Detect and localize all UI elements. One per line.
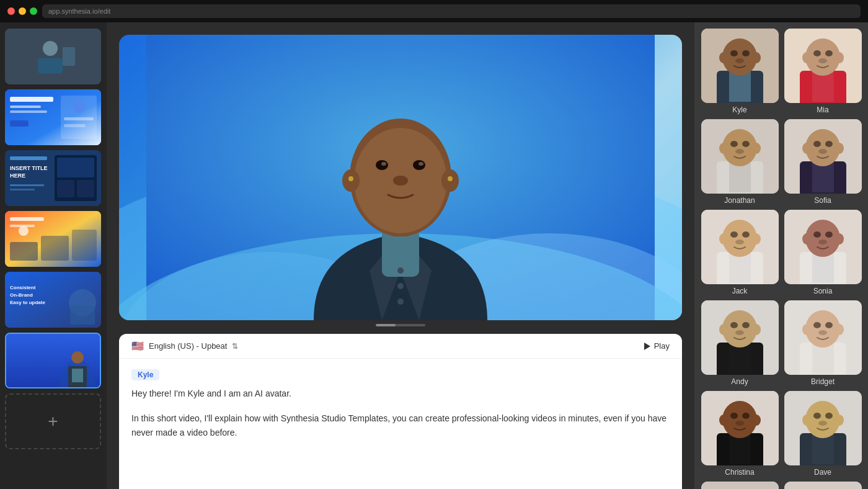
avatar-card-mia[interactable]: Mia <box>784 29 862 114</box>
avatar-card-sonia[interactable]: Sonia <box>784 210 862 295</box>
avatar-card-christina[interactable]: Christina <box>701 391 779 477</box>
play-icon <box>644 343 650 350</box>
video-preview <box>119 35 682 320</box>
svg-point-160 <box>825 413 833 419</box>
slide-thumbnail-1[interactable] <box>5 29 101 84</box>
svg-point-89 <box>730 141 738 147</box>
svg-point-137 <box>802 324 811 335</box>
svg-point-159 <box>813 413 821 419</box>
progress-fill <box>376 324 396 326</box>
svg-point-79 <box>813 50 821 56</box>
avatar-card-andy[interactable]: Andy <box>701 300 779 386</box>
svg-point-68 <box>752 52 761 63</box>
svg-point-77 <box>802 52 811 63</box>
svg-point-56 <box>393 176 408 186</box>
close-button[interactable] <box>7 7 15 15</box>
avatar-thumbnail-partial1 <box>701 482 779 489</box>
avatar-card-sofia[interactable]: Sofia <box>784 119 862 205</box>
slide-thumbnail-3[interactable]: INSERT TITLE HERE <box>5 150 101 206</box>
svg-point-121 <box>818 240 827 244</box>
language-chevron-icon: ⇅ <box>232 342 238 351</box>
svg-point-69 <box>730 50 738 56</box>
svg-point-10 <box>73 101 85 113</box>
slide-thumbnail-5[interactable]: Consistent On-Brand Easy to update <box>5 272 101 328</box>
svg-point-80 <box>825 50 833 56</box>
avatar-figure-bridget <box>784 300 862 375</box>
script-line-2[interactable]: In this short video, I'll explain how wi… <box>131 411 670 439</box>
svg-point-97 <box>802 143 811 154</box>
avatar-name-andy: Andy <box>731 377 748 386</box>
svg-point-150 <box>742 413 750 419</box>
svg-point-128 <box>752 324 761 335</box>
slide-thumbnail-2[interactable] <box>5 89 101 145</box>
svg-point-148 <box>752 415 761 426</box>
play-button[interactable]: Play <box>644 341 670 351</box>
language-selector[interactable]: 🇺🇸 English (US) - Upbeat ⇅ <box>131 340 238 352</box>
slide-panel: INSERT TITLE HERE <box>0 22 107 489</box>
avatar-thumbnail-dave <box>784 391 862 465</box>
svg-rect-162 <box>701 482 779 489</box>
svg-point-118 <box>835 233 844 244</box>
svg-rect-24 <box>10 217 44 221</box>
script-toolbar: 🇺🇸 English (US) - Upbeat ⇅ Play <box>119 334 682 359</box>
svg-rect-11 <box>64 117 94 120</box>
svg-point-117 <box>802 233 811 244</box>
avatar-figure-partial2 <box>784 482 862 489</box>
add-slide-button[interactable]: + <box>5 393 101 449</box>
minimize-button[interactable] <box>19 7 26 15</box>
avatar-card-bridget[interactable]: Bridget <box>784 300 862 386</box>
svg-point-157 <box>802 415 811 426</box>
avatar-card-partial2[interactable] <box>784 482 862 489</box>
avatar-card-partial1[interactable] <box>701 482 779 489</box>
avatar-thumbnail-mia <box>784 29 862 103</box>
avatar-name-dave: Dave <box>814 468 831 477</box>
svg-point-71 <box>735 58 744 63</box>
window-controls <box>7 7 37 15</box>
slide-3-preview: INSERT TITLE HERE <box>5 150 101 206</box>
avatar-card-jonathan[interactable]: Jonathan <box>701 119 779 205</box>
avatar-figure-christina <box>701 391 779 465</box>
svg-point-81 <box>818 58 827 63</box>
slide-thumbnail-6[interactable] <box>5 333 101 388</box>
script-line-1[interactable]: Hey there! I'm Kyle and I am an AI avata… <box>131 387 670 400</box>
progress-bar[interactable] <box>376 324 425 326</box>
avatar-name-kyle: Kyle <box>732 105 746 114</box>
avatar-figure-dave <box>784 391 862 465</box>
url-bar[interactable]: app.synthesia.io/edit <box>42 4 861 18</box>
slide-6-preview <box>6 334 100 387</box>
svg-rect-18 <box>10 189 35 191</box>
svg-point-70 <box>742 50 750 56</box>
svg-rect-27 <box>41 236 69 261</box>
svg-point-158 <box>835 415 844 426</box>
svg-rect-26 <box>10 242 38 261</box>
avatar-name-sonia: Sonia <box>813 287 833 295</box>
avatar-card-jack[interactable]: Jack <box>701 210 779 295</box>
avatar-thumbnail-bridget <box>784 300 862 375</box>
svg-text:Easy to update: Easy to update <box>10 300 45 305</box>
svg-point-131 <box>735 330 744 335</box>
svg-point-98 <box>835 143 844 154</box>
slide-thumbnail-4[interactable] <box>5 211 101 267</box>
svg-point-60 <box>397 283 404 289</box>
avatar-figure-mia <box>784 29 862 103</box>
avatar-figure-partial1 <box>701 482 779 489</box>
avatar-name-jack: Jack <box>732 287 748 295</box>
maximize-button[interactable] <box>30 7 37 15</box>
svg-point-138 <box>835 324 844 335</box>
avatar-figure-jack <box>701 210 779 284</box>
svg-text:On-Brand: On-Brand <box>10 292 33 298</box>
flag-icon: 🇺🇸 <box>131 340 144 352</box>
svg-rect-6 <box>10 105 41 108</box>
svg-point-120 <box>825 231 833 238</box>
avatar-card-kyle[interactable]: Kyle <box>701 29 779 114</box>
script-panel: 🇺🇸 English (US) - Upbeat ⇅ Play Kyle Hey… <box>119 334 682 489</box>
avatar-name-jonathan: Jonathan <box>724 196 755 205</box>
svg-point-61 <box>397 298 404 305</box>
preview-panel: 🇺🇸 English (US) - Upbeat ⇅ Play Kyle Hey… <box>107 22 694 489</box>
avatar-card-dave[interactable]: Dave <box>784 391 862 477</box>
svg-point-139 <box>813 322 821 328</box>
svg-point-151 <box>735 421 744 426</box>
svg-rect-3 <box>63 47 75 66</box>
svg-point-58 <box>448 176 453 181</box>
avatar-name-bridget: Bridget <box>811 377 835 386</box>
